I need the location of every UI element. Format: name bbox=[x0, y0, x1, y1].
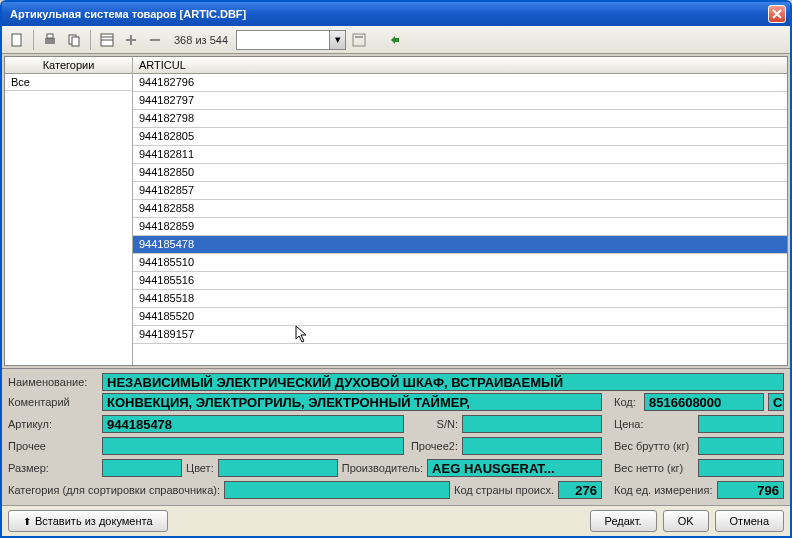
comment-label: Коментарий bbox=[8, 396, 98, 408]
color-label: Цвет: bbox=[186, 462, 214, 474]
categories-list: Все bbox=[5, 74, 132, 365]
filter-icon bbox=[352, 33, 366, 47]
wnet-label: Вес нетто (кг) bbox=[614, 462, 694, 474]
table-row[interactable]: 944189157 bbox=[133, 326, 787, 344]
table-row[interactable]: 944182805 bbox=[133, 128, 787, 146]
grid-column: ARTICUL 94418279694418279794418279894418… bbox=[133, 57, 787, 365]
unit-field[interactable]: 796 bbox=[717, 481, 784, 499]
table-row[interactable]: 944185510 bbox=[133, 254, 787, 272]
titlebar: Артикульная система товаров [ARTIC.DBF] bbox=[2, 2, 790, 26]
content-area: Категории Все ARTICUL 944182796944182797… bbox=[4, 56, 788, 366]
table-row[interactable]: 944185478 bbox=[133, 236, 787, 254]
price-field[interactable] bbox=[698, 415, 784, 433]
table-row[interactable]: 944182797 bbox=[133, 92, 787, 110]
wnet-field[interactable] bbox=[698, 459, 784, 477]
table-row[interactable]: 944182811 bbox=[133, 146, 787, 164]
comment-field[interactable]: КОНВЕКЦИЯ, ЭЛЕКТРОГРИЛЬ, ЭЛЕКТРОННЫЙ ТАЙ… bbox=[102, 393, 602, 411]
other2-label: Прочее2: bbox=[408, 440, 458, 452]
manuf-label: Производитель: bbox=[342, 462, 423, 474]
price-label: Цена: bbox=[614, 418, 694, 430]
code-suffix[interactable]: С bbox=[768, 393, 784, 411]
new-doc-button[interactable] bbox=[6, 29, 28, 51]
printer-icon bbox=[43, 33, 57, 47]
svg-rect-0 bbox=[12, 34, 21, 46]
refresh-button[interactable] bbox=[384, 29, 406, 51]
insert-button[interactable]: Вставить из документа bbox=[8, 510, 168, 532]
size-field[interactable] bbox=[102, 459, 182, 477]
articul-label: Артикул: bbox=[8, 418, 98, 430]
db-button[interactable] bbox=[96, 29, 118, 51]
country-field[interactable]: 276 bbox=[558, 481, 602, 499]
categories-column: Категории Все bbox=[5, 57, 133, 365]
arrow-icon bbox=[388, 33, 402, 47]
close-icon bbox=[772, 9, 782, 19]
page-info: 368 из 544 bbox=[168, 34, 234, 46]
toolbar: 368 из 544 ▾ bbox=[2, 26, 790, 54]
unit-label: Код ед. измерения: bbox=[614, 484, 713, 496]
table-row[interactable]: 944185520 bbox=[133, 308, 787, 326]
code-label: Код: bbox=[614, 396, 640, 408]
footer: Вставить из документа Редакт. OK Отмена bbox=[2, 505, 790, 536]
name-field[interactable]: НЕЗАВИСИМЫЙ ЭЛЕКТРИЧЕСКИЙ ДУХОВОЙ ШКАФ, … bbox=[102, 373, 784, 391]
grid-header[interactable]: ARTICUL bbox=[133, 57, 787, 74]
country-label: Код страны происх. bbox=[454, 484, 554, 496]
sn-label: S/N: bbox=[408, 418, 458, 430]
chevron-down-icon: ▾ bbox=[329, 31, 345, 49]
filter-dropdown[interactable]: ▾ bbox=[236, 30, 346, 50]
sn-field[interactable] bbox=[462, 415, 602, 433]
table-row[interactable]: 944185516 bbox=[133, 272, 787, 290]
ok-button[interactable]: OK bbox=[663, 510, 709, 532]
category-item[interactable]: Все bbox=[5, 74, 132, 91]
size-label: Размер: bbox=[8, 462, 98, 474]
grid-body[interactable]: 9441827969441827979441827989441828059441… bbox=[133, 74, 787, 365]
details-panel: Наименование: НЕЗАВИСИМЫЙ ЭЛЕКТРИЧЕСКИЙ … bbox=[2, 368, 790, 505]
wgross-label: Вес брутто (кг) bbox=[614, 440, 694, 452]
articul-field[interactable]: 944185478 bbox=[102, 415, 404, 433]
categories-header[interactable]: Категории bbox=[5, 57, 132, 74]
cancel-button[interactable]: Отмена bbox=[715, 510, 784, 532]
table-row[interactable]: 944182850 bbox=[133, 164, 787, 182]
filter-button[interactable] bbox=[348, 29, 370, 51]
table-row[interactable]: 944182858 bbox=[133, 200, 787, 218]
svg-rect-1 bbox=[45, 38, 55, 44]
manuf-field[interactable]: AEG HAUSGERAT... bbox=[427, 459, 602, 477]
code-field[interactable]: 8516608000 bbox=[644, 393, 764, 411]
remove-button[interactable] bbox=[144, 29, 166, 51]
new-doc-icon bbox=[10, 33, 24, 47]
table-row[interactable]: 944182859 bbox=[133, 218, 787, 236]
other-label: Прочее bbox=[8, 440, 98, 452]
other2-field[interactable] bbox=[462, 437, 602, 455]
wgross-field[interactable] bbox=[698, 437, 784, 455]
svg-rect-4 bbox=[72, 37, 79, 46]
table-row[interactable]: 944182796 bbox=[133, 74, 787, 92]
close-button[interactable] bbox=[768, 5, 786, 23]
svg-rect-2 bbox=[47, 34, 53, 38]
catsort-label: Категория (для сортировки справочника): bbox=[8, 484, 220, 496]
catsort-field[interactable] bbox=[224, 481, 450, 499]
edit-button[interactable]: Редакт. bbox=[590, 510, 657, 532]
svg-rect-8 bbox=[353, 34, 365, 46]
copy-button[interactable] bbox=[63, 29, 85, 51]
minus-icon bbox=[149, 34, 161, 46]
name-label: Наименование: bbox=[8, 376, 98, 388]
table-row[interactable]: 944182857 bbox=[133, 182, 787, 200]
print-button[interactable] bbox=[39, 29, 61, 51]
copy-icon bbox=[67, 33, 81, 47]
form-icon bbox=[100, 33, 114, 47]
other-field[interactable] bbox=[102, 437, 404, 455]
window-title: Артикульная система товаров [ARTIC.DBF] bbox=[6, 8, 768, 20]
table-row[interactable]: 944185518 bbox=[133, 290, 787, 308]
window: Артикульная система товаров [ARTIC.DBF] … bbox=[0, 0, 792, 538]
plus-icon bbox=[125, 34, 137, 46]
add-button[interactable] bbox=[120, 29, 142, 51]
table-row[interactable]: 944182798 bbox=[133, 110, 787, 128]
color-field[interactable] bbox=[218, 459, 338, 477]
